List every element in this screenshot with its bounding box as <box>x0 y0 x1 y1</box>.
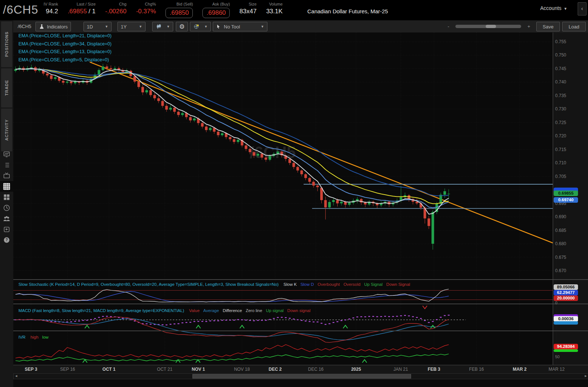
macd-difference-dash <box>201 321 203 322</box>
calendar-return-icon[interactable] <box>0 224 13 234</box>
macd-difference-dash <box>424 320 426 321</box>
time-axis-label: 2025 <box>351 367 361 372</box>
save-button[interactable]: Save <box>536 22 560 31</box>
collapse-panel-button[interactable]: ‹ <box>578 2 587 16</box>
macd-average-line <box>16 319 449 340</box>
active-tool-dropdown[interactable]: No Tool▼ <box>213 22 267 31</box>
macd-difference-dash <box>408 315 410 316</box>
macd-difference-dash <box>317 322 318 322</box>
macd-difference-dash <box>197 321 199 322</box>
field-value: -.00260 <box>105 7 127 16</box>
macd-difference-dash <box>364 316 366 317</box>
macd-difference-dash <box>269 319 271 320</box>
chevron-down-icon: ▼ <box>139 25 142 28</box>
macd-difference-dash <box>285 317 287 318</box>
indicators-button[interactable]: Indicators <box>35 22 71 31</box>
price-axis-tick: 0.750 <box>555 52 566 58</box>
tv-icon[interactable] <box>0 170 13 181</box>
zoom-in-button[interactable]: + <box>527 22 530 31</box>
macd-average-bubble-cap <box>554 321 578 325</box>
macd-difference-dash <box>150 324 151 325</box>
quote-field-chg: Chg-.00260 <box>105 1 127 16</box>
macd-difference-dash <box>372 316 374 317</box>
price-axis-tick: 0.745 <box>555 66 566 71</box>
legend-item: low <box>42 335 48 339</box>
ema-study-label[interactable]: EMA (Price=CLOSE, Length=34, Displace=0) <box>18 41 112 47</box>
history-clock-icon[interactable] <box>0 202 13 213</box>
dashboard-grid-icon[interactable] <box>0 192 13 202</box>
chart-scrollbar[interactable]: ◄ ► <box>13 373 588 379</box>
macd-legend[interactable]: MACD (Fast length=8, Slow length=21, MAC… <box>18 308 314 313</box>
chevron-down-icon: ▼ <box>105 25 108 28</box>
macd-difference-dash <box>432 321 434 322</box>
price-chart-canvas[interactable]: /6CH5 <box>13 32 588 365</box>
macd-difference-dash <box>225 320 227 321</box>
price-axis-tick: 0.755 <box>555 39 566 44</box>
scroll-left-arrow[interactable]: ◄ <box>14 374 19 378</box>
watchlist-icon[interactable] <box>0 160 13 170</box>
ivr-signal-arrow <box>196 360 200 363</box>
trading-platform: /6CH5 IV Rank94.2Last / Size.69855 / 1Ch… <box>0 0 588 387</box>
ivr-signal-arrow <box>362 360 367 363</box>
quote-field-ask-buy-[interactable]: Ask (Buy).69860 <box>202 1 230 18</box>
time-axis[interactable]: SEP 3SEP 16OCT 1OCT 21NOV 1NOV 18DEC 2DE… <box>13 365 588 373</box>
macd-difference-dash <box>257 320 259 321</box>
sidebar-tab-positions[interactable]: POSITIONS <box>1 21 12 67</box>
macd-difference-dash <box>245 320 247 321</box>
quote-field-size: Size83x47 <box>239 1 256 16</box>
time-axis-label: DEC 16 <box>308 367 324 372</box>
ivr-legend[interactable]: IVR highlow <box>18 335 52 339</box>
macd-difference-dash <box>412 316 414 317</box>
zoom-out-button[interactable]: - <box>448 22 449 31</box>
price-axis-tick: 0.735 <box>555 93 566 98</box>
chart-type-button[interactable]: ▼ <box>152 22 173 31</box>
macd-difference-dash <box>360 316 362 317</box>
zoom-slider[interactable] <box>455 25 521 28</box>
quote-header: /6CH5 IV Rank94.2Last / Size.69855 / 1Ch… <box>0 0 588 20</box>
community-icon[interactable] <box>0 213 13 224</box>
accounts-menu[interactable]: Accounts▼ <box>540 5 568 11</box>
field-value: 83x47 <box>239 7 256 16</box>
news-monitor-icon[interactable] <box>0 149 13 160</box>
ema-study-label[interactable]: EMA (Price=CLOSE, Length=13, Displace=0) <box>18 49 112 54</box>
range-dropdown[interactable]: 1Y▼ <box>117 22 146 31</box>
load-button[interactable]: Load <box>562 22 586 31</box>
help-icon[interactable]: ? <box>0 234 13 245</box>
ema-study-label[interactable]: EMA (Price=CLOSE, Length=21, Displace=0) <box>18 33 112 38</box>
macd-down-signal-arrow <box>423 306 427 309</box>
field-value: -0.37% <box>136 7 156 16</box>
chart-area[interactable]: /6CH5 EMA (Price=CLOSE, Length=21, Displ… <box>13 32 588 365</box>
stochastic-axis-tick: 0 <box>555 301 557 305</box>
legend-item: Difference <box>223 308 242 313</box>
candles-layer[interactable] <box>14 64 450 250</box>
ema-study-label[interactable]: EMA (Price=CLOSE, Length=5, Displace=0) <box>18 57 109 62</box>
macd-difference-dash <box>440 317 442 318</box>
ema-line-13 <box>16 69 449 208</box>
time-axis-label: FEB 16 <box>469 367 484 372</box>
accounts-label: Accounts <box>540 5 562 11</box>
price-axis-tick: 0.720 <box>555 133 566 138</box>
sidebar-tab-trade[interactable]: TRADE <box>1 68 12 107</box>
macd-difference-dash <box>356 316 358 317</box>
ivr-value-bubble: 94.28384 <box>554 344 578 349</box>
macd-difference-dash <box>221 320 223 321</box>
legend-item: Zero line <box>246 308 262 313</box>
quote-field-bid-sell-[interactable]: Bid (Sell).69850 <box>165 1 193 18</box>
symbol-tab[interactable]: /6CH5 <box>18 22 31 31</box>
chart-settings-button[interactable]: ⚙ <box>176 22 188 31</box>
zoom-slider-thumb[interactable] <box>486 25 496 28</box>
price-axis-tick: 0.675 <box>555 255 566 260</box>
stochastic-legend[interactable]: Slow Stochastic (K Period=14, D Period=9… <box>18 282 414 287</box>
scrollbar-thumb[interactable] <box>192 374 411 379</box>
scroll-right-arrow[interactable]: ► <box>583 374 588 378</box>
chart-grid-icon[interactable] <box>0 181 13 192</box>
timeframe-dropdown[interactable]: 1D▼ <box>83 22 112 31</box>
price-axis-tick: 0.740 <box>555 79 566 85</box>
sidebar-tab-activity[interactable]: ACTIVITY <box>1 109 12 151</box>
macd-difference-dash <box>229 320 231 321</box>
macd-difference-dash <box>233 320 235 321</box>
macd-up-signal-arrow <box>343 325 348 328</box>
drawing-tools-button[interactable]: ▼ <box>190 22 211 31</box>
macd-difference-dash <box>325 324 327 325</box>
macd-difference-dash <box>213 320 215 321</box>
